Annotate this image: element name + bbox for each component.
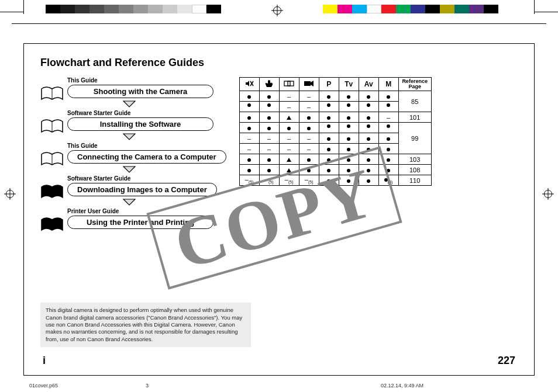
mode-cell xyxy=(319,91,339,102)
mode-cell: – xyxy=(299,144,319,154)
guide-source-label: Software Starter Guide xyxy=(67,110,130,116)
mode-cell: – xyxy=(279,133,299,144)
mode-cell: –(5) xyxy=(279,175,299,186)
footer-pagenum: 3 xyxy=(146,383,149,388)
arrow-down-icon xyxy=(122,198,136,206)
svg-rect-3 xyxy=(288,81,294,86)
flow-step: Shooting with the Camera xyxy=(67,85,213,98)
book-icon xyxy=(40,183,64,200)
mode-cell xyxy=(339,102,359,112)
disclaimer-box: This digital camera is designed to perfo… xyxy=(40,303,251,347)
mode-cell xyxy=(359,133,378,144)
mode-cell xyxy=(378,123,398,133)
mode-cell xyxy=(359,175,378,186)
flow-step: Connecting the Camera to a Computer xyxy=(67,150,226,164)
reference-page-cell: 110 xyxy=(398,175,431,186)
mode-header: M xyxy=(378,78,398,91)
mode-cell xyxy=(239,154,259,165)
mode-cell xyxy=(239,102,259,112)
mode-cell xyxy=(279,123,299,133)
mode-cell xyxy=(259,112,279,123)
mode-cell xyxy=(239,91,259,102)
mode-cell xyxy=(339,165,359,175)
svg-rect-4 xyxy=(304,81,311,86)
guide-source-label: Software Starter Guide xyxy=(67,175,130,182)
mode-cell xyxy=(378,91,398,102)
guide-source-label: This Guide xyxy=(67,143,98,149)
guide-source-label: This Guide xyxy=(67,77,98,84)
mode-cell: – xyxy=(279,144,299,154)
mode-cell xyxy=(299,123,319,133)
flow-step: Downloading Images to a Computer xyxy=(67,183,217,196)
book-icon xyxy=(40,216,64,233)
mode-cell: –(5) xyxy=(259,175,279,186)
page-title: Flowchart and Reference Guides xyxy=(40,57,518,69)
mode-cell: – xyxy=(299,133,319,144)
footer-filename: 01cover.p65 xyxy=(29,383,58,388)
mode-cell xyxy=(339,154,359,165)
mode-cell xyxy=(279,154,299,165)
reference-page-cell: 101 xyxy=(398,112,431,123)
mode-cell: – xyxy=(299,102,319,112)
disclaimer-text: This digital camera is designed to perfo… xyxy=(46,307,242,342)
mode-cell: – xyxy=(279,102,299,112)
arrow-down-icon xyxy=(122,165,136,174)
reference-page-header: Reference Page xyxy=(398,78,431,91)
reference-page-cell: 103 xyxy=(398,154,431,165)
mode-cell: – xyxy=(259,133,279,144)
flowchart: This GuideShooting with the CameraSoftwa… xyxy=(40,77,226,229)
mode-cell xyxy=(359,91,378,102)
mode-cell xyxy=(239,165,259,175)
page-body: Flowchart and Reference Guides This Guid… xyxy=(23,43,535,376)
mode-cell xyxy=(319,123,339,133)
mode-cell xyxy=(259,154,279,165)
mode-cell xyxy=(259,102,279,112)
mode-cell xyxy=(319,102,339,112)
mute-icon xyxy=(239,78,259,91)
mode-cell xyxy=(279,165,299,175)
mode-cell xyxy=(359,102,378,112)
mode-cell xyxy=(319,112,339,123)
reference-table: PTvAvMReference Page––85–––10199––––––––… xyxy=(239,77,432,186)
mode-cell xyxy=(279,112,299,123)
mode-cell xyxy=(339,144,359,154)
registration-mark-icon xyxy=(6,190,14,198)
process-color-bar xyxy=(323,5,498,13)
mode-cell xyxy=(239,123,259,133)
mode-cell: – xyxy=(378,112,398,123)
mode-cell xyxy=(319,133,339,144)
mode-cell xyxy=(378,133,398,144)
page-number-left: i xyxy=(43,355,46,367)
mode-cell xyxy=(339,91,359,102)
book-icon xyxy=(40,118,64,134)
mode-cell xyxy=(359,154,378,165)
mode-header: P xyxy=(319,78,339,91)
mode-cell xyxy=(378,144,398,154)
mode-cell xyxy=(319,144,339,154)
mode-cell xyxy=(319,175,339,186)
arrow-down-icon xyxy=(122,133,136,141)
mode-cell xyxy=(359,144,378,154)
mode-cell xyxy=(299,165,319,175)
flow-step: Using the Printer and Printing xyxy=(67,216,213,229)
book-icon xyxy=(40,85,64,102)
registration-mark-icon xyxy=(544,190,552,198)
mode-cell xyxy=(378,102,398,112)
mode-cell: –(5) xyxy=(299,175,319,186)
mode-cell xyxy=(319,165,339,175)
svg-rect-2 xyxy=(284,81,290,86)
mode-cell xyxy=(339,175,359,186)
mode-cell xyxy=(299,154,319,165)
registration-mark-icon xyxy=(273,6,281,15)
reference-page-cell: 108 xyxy=(398,165,431,175)
mode-cell xyxy=(259,123,279,133)
mode-cell xyxy=(239,112,259,123)
movie-icon xyxy=(299,78,319,91)
book-icon xyxy=(40,151,64,167)
mode-cell xyxy=(319,154,339,165)
footer-timestamp: 02.12.14, 9:49 AM xyxy=(381,383,529,388)
mode-cell: – xyxy=(279,91,299,102)
reference-page-cell: 85 xyxy=(398,91,431,112)
mode-cell: – xyxy=(239,133,259,144)
mode-cell: – xyxy=(259,144,279,154)
